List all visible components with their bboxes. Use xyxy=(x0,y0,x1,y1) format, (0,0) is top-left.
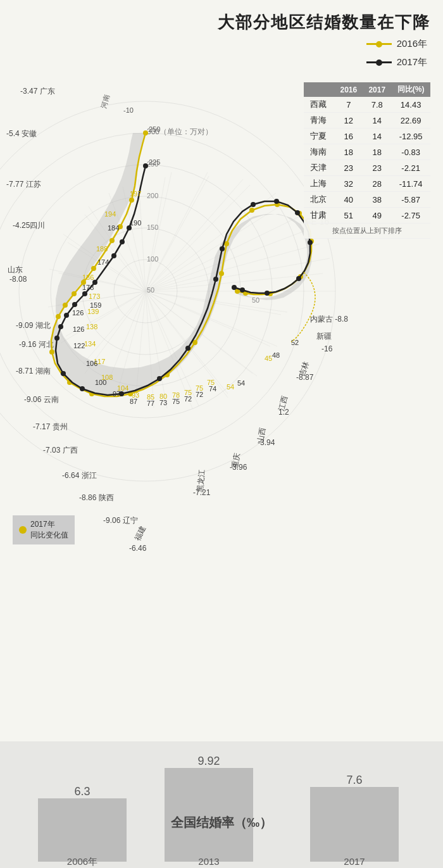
svg-point-85 xyxy=(61,371,66,376)
svg-point-99 xyxy=(232,285,237,290)
bar-2017 xyxy=(310,787,399,862)
pt-126: 126 xyxy=(72,309,84,317)
pt-126b: 126 xyxy=(73,325,84,333)
label-guizhou: -7.17 贵州 xyxy=(33,422,68,431)
svg-point-57 xyxy=(63,303,68,308)
table-cell: 18 xyxy=(334,144,363,160)
pt-50: 50 xyxy=(252,296,259,304)
svg-point-88 xyxy=(157,376,162,381)
table-cell: -2.75 xyxy=(391,208,430,223)
svg-point-93 xyxy=(274,199,279,204)
ring-label-150: 150 xyxy=(147,223,158,231)
pt-75: 75 xyxy=(172,398,180,405)
pt-186: 186 xyxy=(82,274,94,281)
data-table: 2016 2017 同比(%) 西藏77.814.43青海121422.69宁夏… xyxy=(304,82,430,239)
label-henan: 河南 xyxy=(99,94,110,109)
pt-54: 54 xyxy=(227,383,234,391)
svg-point-81 xyxy=(72,302,77,307)
svg-point-56 xyxy=(72,291,77,296)
svg-point-84 xyxy=(54,336,59,341)
table-cell: 海南 xyxy=(304,144,334,160)
pt-72: 72 xyxy=(184,395,192,403)
pt-139: 139 xyxy=(87,308,99,315)
table-note: 按点位置从上到下排序 xyxy=(304,223,430,239)
table-cell: 40 xyxy=(334,192,363,208)
chart-section: 大部分地区结婚数量在下降 2016年 2017年 xyxy=(0,0,443,665)
page-title: 大部分地区结婚数量在下降 xyxy=(218,11,430,34)
svg-point-98 xyxy=(240,287,245,292)
table-cell: 49 xyxy=(363,208,391,223)
table-row: 西藏77.814.43 xyxy=(304,97,430,113)
pt-77: 77 xyxy=(147,399,154,407)
table-cell: 14 xyxy=(363,129,391,144)
label-neimenggu: 内蒙古 -8.8 xyxy=(310,315,348,324)
label-neg10: -10 xyxy=(123,106,134,114)
label-guangxi: -7.03 广西 xyxy=(43,446,78,455)
label-liaoning: -9.06 辽宁 xyxy=(103,516,138,525)
table-row: 天津2323-2.21 xyxy=(304,160,430,176)
label-hunan: -8.71 湖南 xyxy=(16,367,51,375)
label-sichuan: -4.25四川 xyxy=(13,221,45,230)
label-jilin-val: -8.87 xyxy=(296,373,314,382)
label-yunnan: -9.06 云南 xyxy=(24,395,59,404)
svg-point-77 xyxy=(120,239,125,244)
svg-point-58 xyxy=(56,314,61,319)
table-cell: 28 xyxy=(363,176,391,192)
legend-dot-black xyxy=(376,60,382,66)
pt-138: 138 xyxy=(86,323,97,330)
table-cell: 51 xyxy=(334,208,363,223)
label-heilongjiang-val: -7.21 xyxy=(193,488,211,497)
table-cell: 天津 xyxy=(304,160,334,176)
svg-point-51 xyxy=(129,198,134,203)
ring-label-200: 200 xyxy=(147,192,158,199)
table-cell: 14.43 xyxy=(391,97,430,113)
svg-point-83 xyxy=(58,324,63,329)
bar-val-2006: 6.3 xyxy=(74,785,90,798)
bar-chart: 6.3 9.92 7.6 全国结婚率（‰） 2006年 2013 2017 xyxy=(0,741,443,868)
year-label-2006: 2006年 xyxy=(67,856,97,867)
table-cell: -0.83 xyxy=(391,144,430,160)
col-header-region xyxy=(304,82,334,97)
label-xinjiang: 新疆 xyxy=(316,332,332,341)
pt-122: 122 xyxy=(73,342,85,349)
svg-point-95 xyxy=(308,240,313,245)
pt-87: 87 xyxy=(130,398,137,405)
label-shaanxi: -8.86 陕西 xyxy=(79,493,114,502)
table-cell: 23 xyxy=(334,160,363,176)
label-shandong-val: -8.08 xyxy=(9,275,27,284)
pt-190: 190 xyxy=(130,219,141,227)
table-cell: 青海 xyxy=(304,113,334,129)
change-legend-dot xyxy=(19,526,27,534)
svg-point-97 xyxy=(265,291,270,296)
year-label-2017: 2017 xyxy=(344,856,365,867)
label-anhui: -5.4 安徽 xyxy=(6,129,37,138)
bar-2006 xyxy=(38,798,127,862)
svg-point-50 xyxy=(143,130,148,135)
pt-54b: 54 xyxy=(237,379,245,387)
table-cell: 甘肃 xyxy=(304,208,334,223)
legend-2016-label: 2016年 xyxy=(397,38,427,50)
svg-point-86 xyxy=(80,386,85,391)
pt-225-2017: 225 xyxy=(149,158,160,166)
legend-2017: 2017年 xyxy=(366,56,427,68)
table-cell: 14 xyxy=(363,113,391,129)
bar-section: 6.3 9.92 7.6 全国结婚率（‰） 2006年 2013 2017 xyxy=(0,665,443,868)
pt-134: 134 xyxy=(84,340,96,348)
label-guangdong: -3.47 广东 xyxy=(20,87,55,96)
svg-point-53 xyxy=(109,238,115,243)
pt-100: 100 xyxy=(95,379,106,386)
pt-178: 178 xyxy=(82,284,94,291)
svg-line-32 xyxy=(146,172,208,291)
table-cell: 7.8 xyxy=(363,97,391,113)
table-cell: 38 xyxy=(363,192,391,208)
table-cell: 宁夏 xyxy=(304,129,334,144)
ring-label-100: 100 xyxy=(147,255,158,263)
table-cell: 32 xyxy=(334,176,363,192)
main-container: 大部分地区结婚数量在下降 2016年 2017年 xyxy=(0,0,443,868)
table-row: 海南1818-0.83 xyxy=(304,144,430,160)
ring-label-50: 50 xyxy=(147,286,154,294)
change-legend: 2017年 同比变化值 xyxy=(13,515,75,544)
pt-188: 188 xyxy=(96,245,108,253)
table-cell: 北京 xyxy=(304,192,334,208)
table-cell: -12.95 xyxy=(391,129,430,144)
